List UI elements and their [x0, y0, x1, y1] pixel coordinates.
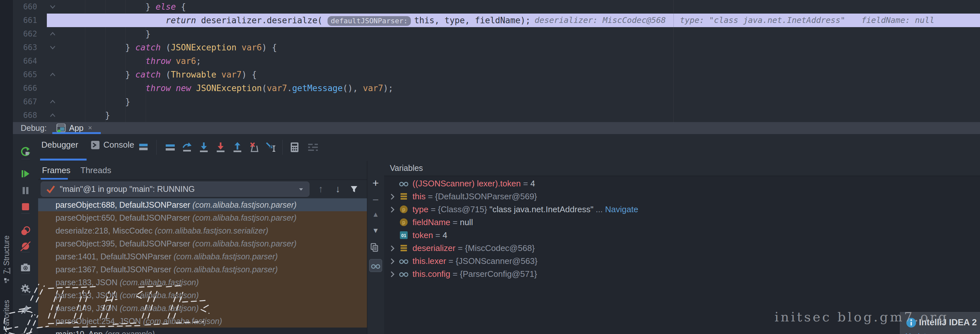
frame-package: (com.alibaba.fastjson.parser) [173, 252, 277, 261]
variable-row[interactable]: deserializer = {MiscCodec@568} [384, 242, 980, 254]
variable-row[interactable]: this = {DefaultJSONParser@569} [384, 190, 980, 203]
fold-down-icon[interactable] [49, 44, 60, 51]
line-number[interactable]: 660 [13, 0, 37, 14]
stack-frame-row[interactable]: parseObject:688, DefaultJSONParser (com.… [38, 198, 367, 211]
stack-frame-row[interactable]: parseObject:254, JSON (com.alibaba.fastj… [38, 315, 367, 328]
thread-dropdown[interactable]: "main"@1 in group "main": RUNNING [41, 181, 309, 197]
rerun-icon[interactable] [20, 146, 31, 157]
stack-frame-row[interactable]: parseObject:650, DefaultJSONParser (com.… [38, 211, 367, 224]
tab-debugger[interactable]: Debugger [41, 140, 78, 150]
code-line-664[interactable]: 664throw var6; [13, 54, 980, 68]
close-icon[interactable]: × [88, 124, 92, 132]
navigate-link[interactable]: Navigate [605, 204, 638, 215]
frame-location: parse:1401, DefaultJSONParser [56, 252, 173, 261]
variables-title: Variables [390, 164, 423, 173]
move-down-icon[interactable]: ▼ [369, 224, 382, 237]
remove-watch-icon[interactable]: − [369, 193, 382, 206]
force-step-into-icon[interactable] [215, 141, 227, 153]
variable-row[interactable]: 01token = 4 [384, 229, 980, 242]
variable-row[interactable]: ptype = {Class@715} "class java.net.Inet… [384, 203, 980, 216]
code-line-667[interactable]: 667} [13, 95, 980, 108]
drop-frame-icon[interactable] [248, 141, 260, 153]
variable-row[interactable]: pfieldName = null [384, 216, 980, 229]
settings-gear-icon[interactable] [20, 283, 31, 294]
tab-console[interactable]: Console [91, 140, 134, 150]
line-number[interactable]: 664 [13, 54, 37, 68]
frames-tab-bar: Frames Threads [38, 161, 367, 180]
run-to-cursor-icon[interactable] [265, 141, 277, 153]
stack-frame-row[interactable]: parse:193, JSON (com.alibaba.fastjson) [38, 289, 367, 302]
line-number[interactable]: 663 [13, 41, 37, 54]
frame-package: (com.alibaba.fastjson.parser) [192, 239, 296, 248]
stack-frame-row[interactable]: parse:1401, DefaultJSONParser (com.aliba… [38, 250, 367, 263]
stop-icon[interactable] [20, 201, 31, 213]
line-number[interactable]: 667 [13, 95, 37, 108]
parameter-icon: p [399, 217, 409, 227]
code-line-662[interactable]: 662} [13, 27, 980, 41]
show-watches-icon[interactable] [369, 259, 382, 272]
tab-threads[interactable]: Threads [80, 165, 111, 175]
frame-package: (com.alibaba.fastjson.parser) [192, 200, 296, 209]
variable-row[interactable]: this.lexer = {JSONScanner@563} [384, 254, 980, 267]
line-number[interactable]: 666 [13, 81, 37, 95]
code-line-668[interactable]: 668} [13, 108, 980, 122]
evaluate-expression-icon[interactable] [288, 141, 301, 153]
code-editor[interactable]: 660} else {661deserializer: MiscCodec@56… [13, 0, 980, 122]
fold-up-icon[interactable] [49, 71, 60, 78]
fold-up-icon[interactable] [49, 112, 60, 119]
fold-up-icon[interactable] [49, 98, 60, 105]
pin-icon[interactable] [20, 304, 31, 315]
fold-down-icon[interactable] [49, 3, 60, 10]
line-number[interactable]: 662 [13, 27, 37, 41]
variable-value: {MiscCodec@568} [465, 243, 535, 253]
view-breakpoints-icon[interactable] [20, 226, 31, 237]
chevron-right-icon[interactable] [388, 270, 398, 277]
variable-row[interactable]: ((JSONScanner) lexer).token = 4 [384, 177, 980, 190]
line-number[interactable]: 665 [13, 68, 37, 81]
fold-up-icon[interactable] [49, 30, 60, 37]
step-out-icon[interactable] [231, 141, 243, 153]
code-line-665[interactable]: 665} catch (Throwable var7) { [13, 68, 980, 81]
sidebar-item-favorites[interactable]: 2: Favorites [2, 299, 11, 334]
copy-icon[interactable] [369, 241, 382, 255]
next-frame-button[interactable]: ↓ [331, 183, 344, 196]
mute-breakpoints-icon[interactable] [20, 240, 31, 252]
sidebar-item-structure[interactable]: 7: Structure [2, 235, 11, 275]
stack-frame-row[interactable]: deserialze:218, MiscCodec (com.alibaba.f… [38, 224, 367, 237]
stack-frame-row[interactable]: parse:1367, DefaultJSONParser (com.aliba… [38, 263, 367, 276]
layout-icon[interactable] [138, 141, 150, 153]
chevron-right-icon[interactable] [388, 206, 398, 213]
tab-frames[interactable]: Frames [42, 165, 70, 175]
resume-icon[interactable] [20, 168, 31, 180]
chevron-right-icon[interactable] [388, 245, 398, 251]
code-line-661[interactable]: 661deserializer: MiscCodec@568type: "cla… [13, 14, 980, 27]
previous-frame-button[interactable]: ↑ [314, 183, 327, 196]
variable-row[interactable]: this.config = {ParserConfig@571} [384, 267, 980, 280]
stack-frame-row[interactable]: parse:149, JSON (com.alibaba.fastjson) [38, 302, 367, 315]
pause-icon[interactable] [20, 185, 31, 196]
variable-value: = [455, 243, 465, 253]
notification-update-link[interactable]: Updat [905, 332, 926, 334]
show-execution-point-icon[interactable] [164, 141, 177, 153]
line-number[interactable]: 668 [13, 108, 37, 122]
chevron-right-icon[interactable] [388, 258, 398, 264]
line-number[interactable]: 661 [13, 14, 37, 27]
filter-frames-button[interactable] [348, 183, 361, 196]
chevron-spacer [388, 232, 398, 239]
trace-settings-icon[interactable] [307, 141, 319, 153]
step-over-icon[interactable] [181, 141, 193, 153]
variable-value: ... [593, 204, 605, 215]
stack-frame-row[interactable]: parse:183, JSON (com.alibaba.fastjson) [38, 276, 367, 289]
svg-text:p: p [402, 207, 406, 212]
thread-dump-camera-icon[interactable] [20, 262, 31, 273]
add-watch-icon[interactable]: + [369, 177, 382, 189]
code-line-660[interactable]: 660} else { [13, 0, 980, 14]
move-up-icon[interactable]: ▲ [369, 208, 382, 221]
variable-name: deserializer [412, 243, 455, 253]
stack-frame-row[interactable]: parseObject:395, DefaultJSONParser (com.… [38, 237, 367, 250]
code-line-663[interactable]: 663} catch (JSONException var6) { [13, 41, 980, 54]
code-line-666[interactable]: 666throw new JSONException(var7.getMessa… [13, 81, 980, 95]
stack-frame-row[interactable]: main:10, App (org.example) [38, 328, 367, 334]
step-into-icon[interactable] [198, 141, 210, 153]
chevron-right-icon[interactable] [388, 193, 398, 200]
